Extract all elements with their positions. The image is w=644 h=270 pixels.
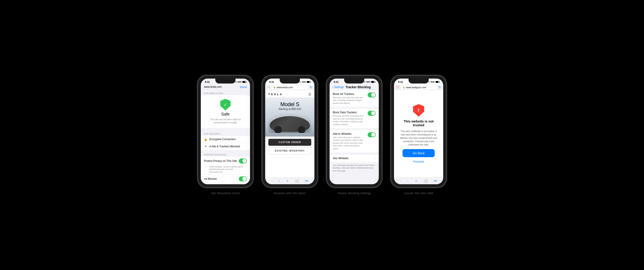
- p2-shield-icon: 🛡: [268, 86, 270, 89]
- p4-add-tab-button[interactable]: ＋: [414, 179, 418, 183]
- p1-safe-title: Safe: [221, 112, 230, 117]
- p3-block-data-toggle[interactable]: [368, 111, 376, 116]
- p3-block-data-info: Block Data Trackers Removes all forms of…: [333, 111, 366, 126]
- p1-trackerblocker-row: Tracker Blocker: [201, 183, 250, 184]
- status-time2: 9:41: [269, 81, 274, 83]
- p3-whitelist-toggle[interactable]: [368, 132, 376, 137]
- p4-reload-icon[interactable]: ↻: [438, 86, 441, 89]
- phone2-label: Browser with Site Open: [274, 191, 306, 195]
- p2-car-image: [268, 113, 311, 133]
- p4-bottom-bar: ‹ › ＋ ⬜ •••: [394, 177, 443, 184]
- wifi-icon2: WiFi: [302, 81, 306, 83]
- p3-title: Tracker Blocking: [346, 85, 371, 89]
- status-icons2: ▪▪▪ WiFi: [299, 81, 310, 83]
- p4-back-button[interactable]: ‹: [400, 179, 402, 183]
- p4-warning-title: This website is not trusted: [398, 119, 439, 127]
- p4-tabs-button[interactable]: ⬜: [424, 179, 428, 183]
- p1-encrypted-text: Encrypted Connection: [209, 138, 236, 141]
- p1-done-button[interactable]: Done: [240, 85, 247, 89]
- p1-url: www.tesla.com: [204, 85, 222, 88]
- notch3: [344, 79, 364, 84]
- p4-warning-content: ! This website is not trusted This site'…: [394, 90, 443, 177]
- p3-section1: Block Ad Trackers Removes most ads from …: [330, 90, 379, 107]
- p3-section2: Block Data Trackers Removes all forms of…: [330, 109, 379, 128]
- p3-nav: ‹ Settings Tracker Blocking: [330, 85, 379, 90]
- p3-block-data-desc: Removes all forms of tracking from sites…: [333, 115, 366, 126]
- tesla-logo: TESLA: [268, 93, 283, 96]
- phone1: 9:41 ▪▪▪ WiFi www.tesla.com Done: [198, 76, 253, 187]
- p1-safe-desc: This site has not been listed as comprom…: [204, 118, 247, 124]
- shield-green-icon: ✓: [220, 99, 230, 111]
- p3-see-whitelist-row[interactable]: See Whitelist ›: [330, 154, 379, 162]
- p1-protect-row: Protect Privacy on This Site: [201, 157, 250, 165]
- notch: [215, 79, 236, 84]
- p2-forward-button[interactable]: ›: [278, 179, 280, 183]
- p2-tabs-button[interactable]: ⬜: [295, 179, 299, 183]
- p3-section3: Add to Whitelist Add current domain to w…: [330, 130, 379, 152]
- p3-whitelist-row: Add to Whitelist Add current domain to w…: [330, 130, 379, 152]
- p4-go-back-button[interactable]: Go Back: [402, 149, 435, 157]
- p1-protect-toggle[interactable]: [239, 158, 247, 163]
- phone1-wrapper: 9:41 ▪▪▪ WiFi www.tesla.com Done: [198, 76, 253, 195]
- battery-icon: [242, 81, 246, 83]
- p2-model-title: Model S: [268, 101, 311, 107]
- p1-adblocker-row: Ad Blocker: [201, 174, 250, 183]
- p2-toolbar: 🛡 🔒 www.tesla.com ↻: [265, 85, 314, 90]
- p3-block-data-row: Block Data Trackers Removes all forms of…: [330, 109, 379, 128]
- phone4-wrapper: 9:41 ▪▪▪ WiFi 🛡 🔒 www.badguys.com: [391, 76, 446, 195]
- p2-menu-button[interactable]: •••: [305, 179, 308, 183]
- p1-encrypted-row: 🔒 Encrypted Connection: [201, 136, 250, 143]
- p3-block-ad-row: Block Ad Trackers Removes most ads from …: [330, 90, 379, 107]
- scene: 9:41 ▪▪▪ WiFi www.tesla.com Done: [189, 62, 455, 208]
- p3-whitelist-info: Add to Whitelist Add current domain to w…: [333, 132, 366, 150]
- p2-reload-icon[interactable]: ↻: [310, 86, 312, 89]
- status-icons: ▪▪▪ WiFi: [235, 81, 246, 83]
- p4-url-bar[interactable]: 🔒 www.badguys.com: [401, 85, 437, 89]
- p2-custom-order-button[interactable]: CUSTOM ORDER: [268, 139, 311, 146]
- p2-url-bar[interactable]: 🔒 www.tesla.com: [272, 85, 308, 89]
- battery-icon3: [371, 81, 375, 83]
- p3-whitelist-desc: Add current domain to whitelist. Tracker…: [333, 136, 366, 150]
- battery-icon4: [436, 81, 439, 83]
- hamburger-icon[interactable]: ☰: [308, 93, 311, 96]
- p3-block-ad-desc: Removes most ads from sites you visit, i…: [333, 96, 366, 105]
- p2-back-button[interactable]: ‹: [272, 179, 272, 183]
- status-time: 9:41: [205, 81, 210, 83]
- p1-adblocker-toggle[interactable]: [239, 176, 247, 181]
- phone3-wrapper: 9:41 ▪▪▪ WiFi ‹ Settings Tracker: [326, 76, 382, 195]
- p1-trackers-row: 👁 4 Ads & Trackers Blocked: [201, 143, 250, 150]
- p2-model-price: Starting at $69,420: [268, 107, 311, 111]
- p4-url-text: www.badguys.com: [406, 86, 426, 89]
- phone4: 9:41 ▪▪▪ WiFi 🛡 🔒 www.badguys.com: [391, 76, 446, 187]
- p1-security-card: 🔒 Encrypted Connection 👁 4 Ads & Tracker…: [201, 136, 250, 150]
- p1-section-content: CONTENT BLOCKING: [201, 151, 250, 157]
- p3-footer-desc: List of domains exempt from advert and t…: [330, 163, 379, 174]
- p1-content-card: Protect Privacy on This Site When enable…: [201, 157, 250, 184]
- p1-protect-label: Protect Privacy on This Site: [204, 159, 237, 163]
- p1-protect-desc: When enabled, ad and trackers will be bo…: [201, 165, 250, 174]
- p3-chevron-right-icon: ›: [375, 157, 376, 160]
- lock-icon: 🔒: [204, 138, 208, 141]
- battery-icon2: [307, 81, 310, 83]
- p4-forward-button[interactable]: ›: [408, 179, 408, 183]
- p1-section-security: SITE SECURITY: [201, 131, 250, 136]
- eye-icon: 👁: [204, 145, 208, 148]
- notch2: [280, 79, 300, 84]
- p2-existing-inventory-button[interactable]: EXISTING INVENTORY: [268, 147, 311, 154]
- p3-block-ad-info: Block Ad Trackers Removes most ads from …: [333, 93, 366, 105]
- wifi-icon3: WiFi: [366, 81, 370, 83]
- phone2: 9:41 ▪▪▪ WiFi 🛡 🔒 www.tesla.com: [262, 76, 318, 187]
- p3-section4: See Whitelist ›: [330, 154, 379, 162]
- p3-back-button[interactable]: ‹ Settings: [333, 86, 344, 89]
- p1-trackers-text: 4 Ads & Trackers Blocked: [209, 145, 240, 148]
- p4-menu-button[interactable]: •••: [434, 179, 437, 183]
- p2-lock-icon: 🔒: [273, 86, 276, 88]
- p4-shield-danger-icon: !: [413, 104, 424, 117]
- p2-bottom-bar: ‹ › ＋ ⬜ •••: [265, 177, 314, 184]
- p1-section-reputation: SITE REPUTATION: [201, 90, 250, 95]
- p1-nav: www.tesla.com Done: [201, 85, 250, 90]
- p3-block-ad-toggle[interactable]: [368, 93, 376, 97]
- phone3-screen: 9:41 ▪▪▪ WiFi ‹ Settings Tracker: [330, 79, 379, 184]
- p4-proceed-link[interactable]: Proceed: [413, 160, 424, 163]
- p2-add-tab-button[interactable]: ＋: [286, 179, 289, 183]
